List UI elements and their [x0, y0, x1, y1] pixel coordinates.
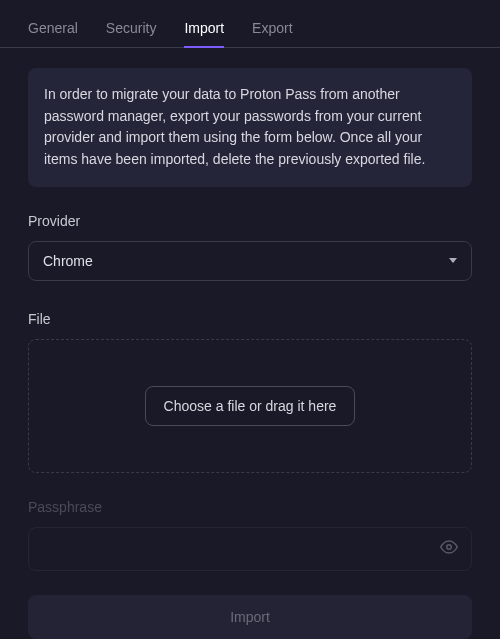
file-dropzone[interactable]: Choose a file or drag it here [28, 339, 472, 473]
tab-import[interactable]: Import [184, 10, 224, 48]
import-info-text: In order to migrate your data to Proton … [28, 68, 472, 187]
import-button[interactable]: Import [28, 595, 472, 639]
tab-general[interactable]: General [28, 10, 78, 48]
svg-point-0 [447, 545, 452, 550]
provider-label: Provider [28, 213, 472, 229]
provider-select[interactable]: Chrome [28, 241, 472, 281]
passphrase-label: Passphrase [28, 499, 472, 515]
settings-tabs: General Security Import Export [0, 10, 500, 48]
choose-file-button[interactable]: Choose a file or drag it here [145, 386, 356, 426]
passphrase-input[interactable] [28, 527, 472, 571]
file-label: File [28, 311, 472, 327]
tab-security[interactable]: Security [106, 10, 157, 48]
eye-icon[interactable] [440, 538, 458, 560]
tab-export[interactable]: Export [252, 10, 292, 48]
chevron-down-icon [449, 258, 457, 263]
import-panel: In order to migrate your data to Proton … [0, 48, 500, 639]
provider-selected-value: Chrome [43, 253, 93, 269]
